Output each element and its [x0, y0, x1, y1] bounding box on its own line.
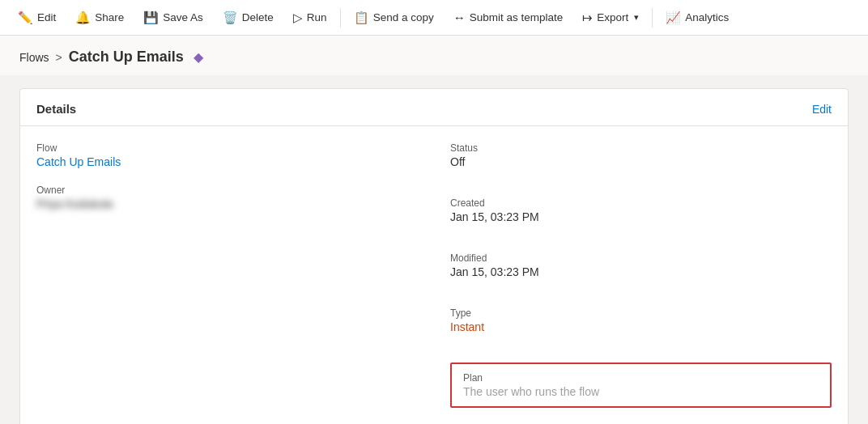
flow-label: Flow: [36, 142, 418, 154]
toolbar-divider-2: [652, 8, 653, 28]
toolbar-divider: [340, 8, 341, 28]
details-left-column: Flow Catch Up Emails Owner Priya Kodukul…: [36, 142, 418, 408]
submit-template-icon: ↔: [453, 11, 466, 24]
chevron-down-icon: ▾: [634, 12, 639, 23]
analytics-button[interactable]: 📈 Analytics: [657, 6, 737, 30]
type-field-group: Type Instant: [450, 307, 832, 333]
owner-label: Owner: [36, 184, 418, 196]
send-copy-icon: 📋: [354, 11, 369, 25]
share-button[interactable]: 🔔 Share: [67, 6, 132, 30]
details-edit-link[interactable]: Edit: [812, 103, 832, 116]
analytics-icon: 📈: [666, 11, 681, 25]
submit-template-button[interactable]: ↔ Submit as template: [445, 6, 572, 29]
plan-label: Plan: [463, 372, 819, 384]
main-content: Details Edit Flow Catch Up Emails Owner …: [0, 75, 868, 424]
breadcrumb-area: Flows > Catch Up Emails ◆: [0, 36, 868, 75]
owner-value: Priya Kodukula: [36, 197, 418, 210]
export-button[interactable]: ↦ Export ▾: [574, 6, 647, 30]
edit-label: Edit: [37, 11, 56, 23]
edit-button[interactable]: ✏️ Edit: [10, 6, 64, 30]
modified-value: Jan 15, 03:23 PM: [450, 265, 832, 278]
flow-value[interactable]: Catch Up Emails: [36, 155, 418, 168]
submit-template-label: Submit as template: [470, 11, 564, 23]
run-icon: ▷: [293, 11, 303, 25]
run-button[interactable]: ▷ Run: [285, 6, 335, 30]
modified-field-group: Modified Jan 15, 03:23 PM: [450, 252, 832, 278]
share-label: Share: [95, 11, 124, 23]
status-value: Off: [450, 155, 832, 168]
details-right-column: Status Off Created Jan 15, 03:23 PM Modi…: [450, 142, 832, 408]
export-label: Export: [597, 11, 628, 23]
created-value: Jan 15, 03:23 PM: [450, 210, 832, 223]
details-card: Details Edit Flow Catch Up Emails Owner …: [19, 88, 849, 424]
share-icon: 🔔: [75, 11, 91, 25]
details-header: Details Edit: [20, 89, 848, 126]
delete-button[interactable]: 🗑️ Delete: [215, 6, 282, 30]
delete-label: Delete: [242, 11, 274, 23]
premium-icon: ◆: [194, 49, 203, 65]
type-value: Instant: [450, 320, 832, 333]
details-body: Flow Catch Up Emails Owner Priya Kodukul…: [20, 126, 848, 424]
save-icon: 💾: [143, 11, 159, 25]
created-label: Created: [450, 197, 832, 209]
plan-field-group: Plan The user who runs the flow: [450, 363, 832, 408]
delete-icon: 🗑️: [223, 11, 238, 25]
breadcrumb-parent[interactable]: Flows: [19, 51, 49, 64]
owner-field-group: Owner Priya Kodukula: [36, 184, 418, 210]
edit-icon: ✏️: [18, 11, 33, 25]
created-field-group: Created Jan 15, 03:23 PM: [450, 197, 832, 223]
type-label: Type: [450, 307, 832, 319]
breadcrumb-separator: >: [56, 51, 62, 64]
analytics-label: Analytics: [685, 11, 729, 23]
status-field-group: Status Off: [450, 142, 832, 168]
run-label: Run: [307, 11, 327, 23]
flow-field-group: Flow Catch Up Emails: [36, 142, 418, 168]
status-label: Status: [450, 142, 832, 154]
send-copy-label: Send a copy: [373, 11, 434, 23]
plan-value: The user who runs the flow: [463, 385, 819, 398]
send-copy-button[interactable]: 📋 Send a copy: [346, 6, 442, 30]
modified-label: Modified: [450, 252, 832, 264]
save-as-label: Save As: [163, 11, 203, 23]
export-icon: ↦: [582, 11, 593, 25]
details-title: Details: [36, 102, 76, 116]
toolbar: ✏️ Edit 🔔 Share 💾 Save As 🗑️ Delete ▷ Ru…: [0, 0, 868, 36]
breadcrumb-current: Catch Up Emails: [69, 49, 184, 66]
save-as-button[interactable]: 💾 Save As: [135, 6, 211, 30]
